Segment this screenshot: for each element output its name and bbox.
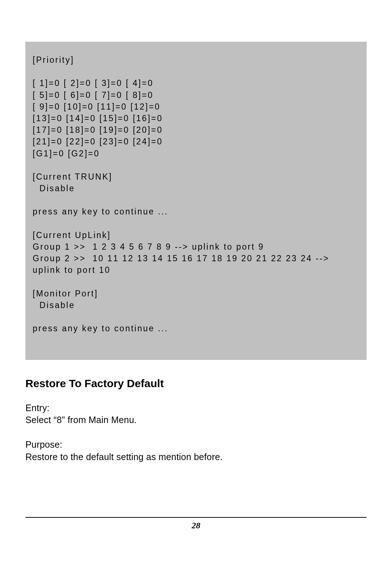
footer-rule xyxy=(25,517,367,518)
entry-label: Entry: xyxy=(25,403,50,413)
page-number: 28 xyxy=(0,521,392,530)
entry-block: Entry: Select “8” from Main Menu. xyxy=(25,402,367,427)
purpose-block: Purpose: Restore to the default setting … xyxy=(25,439,367,463)
purpose-text: Restore to the default setting as mentio… xyxy=(25,452,222,462)
console-block: [Priority] [ 1]=0 [ 2]=0 [ 3]=0 [ 4]=0 [… xyxy=(25,42,367,360)
page: [Priority] [ 1]=0 [ 2]=0 [ 3]=0 [ 4]=0 [… xyxy=(0,0,392,574)
purpose-label: Purpose: xyxy=(25,439,62,450)
entry-text: Select “8” from Main Menu. xyxy=(25,415,137,425)
section-heading: Restore To Factory Default xyxy=(25,377,367,390)
